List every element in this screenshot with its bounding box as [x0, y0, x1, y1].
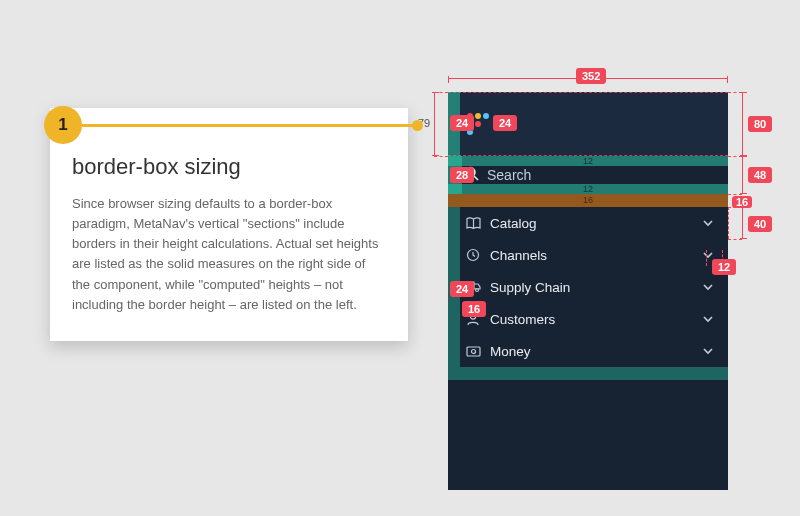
money-icon — [464, 346, 482, 357]
dim-chevron-size: 12 — [712, 259, 736, 275]
ruler-header-right — [742, 92, 743, 156]
dashed-line — [728, 239, 742, 240]
spacer-highlight: 12 — [448, 184, 728, 194]
dim-logo-size: 24 — [493, 115, 517, 131]
sidebar-item-label: Money — [490, 344, 702, 359]
search-placeholder: Search — [487, 167, 531, 183]
dashed-line — [722, 250, 723, 266]
svg-point-7 — [471, 349, 475, 353]
sidebar-item-channels[interactable]: Channels — [448, 239, 728, 271]
dim-item-rpad-label: 16 — [732, 196, 752, 208]
spacer-label: 12 — [583, 156, 593, 166]
dim-search-right-label: 48 — [748, 167, 772, 183]
ruler-header-left — [434, 92, 435, 156]
dashed-line — [728, 207, 729, 239]
spacer-highlight — [448, 367, 728, 380]
sidebar-item-label: Customers — [490, 312, 702, 327]
chevron-down-icon — [702, 281, 714, 293]
dashed-line — [728, 92, 742, 93]
step-badge: 1 — [44, 106, 82, 144]
dim-header-lpad: 24 — [450, 115, 474, 131]
sidebar-header — [448, 92, 728, 156]
chevron-down-icon — [702, 313, 714, 325]
tooltip-card: border-box sizing Since browser sizing d… — [50, 108, 408, 341]
sidebar-search[interactable]: 12 12 Search — [448, 156, 728, 194]
ruler-item-right — [742, 207, 743, 239]
dashed-line — [728, 194, 742, 195]
sidebar-item-supply-chain[interactable]: Supply Chain — [448, 271, 728, 303]
dim-header-right-label: 80 — [748, 116, 772, 132]
sidebar-empty — [448, 380, 728, 490]
dashed-line — [434, 156, 448, 157]
tooltip-body: Since browser sizing defaults to a borde… — [72, 194, 386, 315]
sidebar-item-customers[interactable]: Customers — [448, 303, 728, 335]
spacer-highlight — [448, 335, 460, 367]
svg-point-4 — [476, 289, 479, 292]
dashed-line — [706, 250, 707, 266]
sidebar-item-label: Catalog — [490, 216, 702, 231]
connector-line — [82, 124, 416, 127]
dim-search-lpad: 28 — [450, 167, 474, 183]
dashed-line — [728, 156, 742, 157]
dim-item-lpad: 24 — [450, 281, 474, 297]
svg-line-1 — [474, 176, 478, 180]
sidebar-item-label: Channels — [490, 248, 702, 263]
spacer-highlight — [448, 239, 460, 271]
book-icon — [464, 217, 482, 230]
chevron-down-icon — [702, 345, 714, 357]
connector-dot — [412, 120, 423, 131]
ruler-search-right — [742, 156, 743, 194]
sidebar-item-catalog[interactable]: Catalog — [448, 207, 728, 239]
spacer-label: 12 — [583, 184, 593, 194]
dashed-line — [434, 92, 448, 93]
spacer-highlight — [448, 207, 460, 239]
sidebar-divider: 16 — [448, 194, 728, 207]
spacer-highlight — [448, 303, 460, 335]
spacer-highlight: 12 — [448, 156, 728, 166]
dim-item-right-label: 40 — [748, 216, 772, 232]
tooltip-title: border-box sizing — [72, 154, 386, 180]
dim-width-label: 352 — [576, 68, 606, 84]
svg-rect-6 — [467, 347, 480, 356]
dim-customers-icon: 16 — [462, 301, 486, 317]
chevron-down-icon — [702, 217, 714, 229]
sidebar-item-label: Supply Chain — [490, 280, 702, 295]
clock-icon — [464, 248, 482, 262]
dashed-line — [448, 92, 728, 93]
sidebar-item-money[interactable]: Money — [448, 335, 728, 367]
sidebar: 12 12 Search 16 Catalog Channels Supply … — [448, 92, 728, 490]
